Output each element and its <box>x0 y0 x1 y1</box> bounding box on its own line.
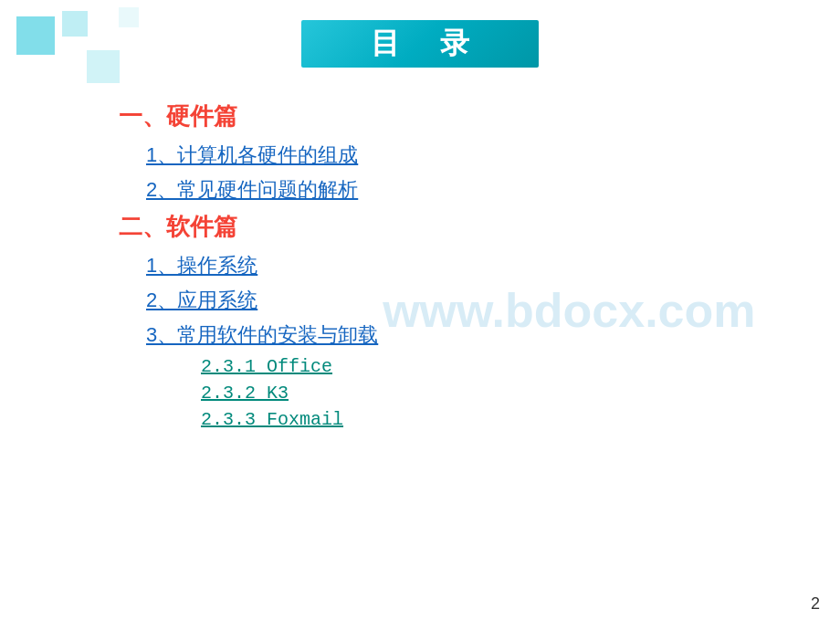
list-item-foxmail[interactable]: 2.3.3 Foxmail <box>201 409 785 430</box>
sidebar-item-hardware-1[interactable]: 1、计算机各硬件的组成 <box>146 142 785 169</box>
sidebar-item-software-2[interactable]: 2、应用系统 <box>146 287 785 314</box>
decorative-square-1 <box>16 16 55 55</box>
sidebar-item-software-1[interactable]: 1、操作系统 <box>146 252 785 279</box>
sidebar-item-software-3[interactable]: 3、常用软件的安装与卸载 <box>146 321 785 349</box>
page-title: 目 录 <box>354 24 487 64</box>
software-section-header: 二、软件篇 <box>119 211 785 243</box>
decorative-square-2 <box>62 11 88 37</box>
page-number: 2 <box>811 594 820 614</box>
decorative-square-3 <box>87 50 120 83</box>
hardware-section: 一、硬件篇 1、计算机各硬件的组成 2、常见硬件问题的解析 <box>119 100 785 204</box>
sidebar-item-hardware-2[interactable]: 2、常见硬件问题的解析 <box>146 176 785 204</box>
decorative-square-4 <box>119 7 139 27</box>
main-content: 一、硬件篇 1、计算机各硬件的组成 2、常见硬件问题的解析 二、软件篇 1、操作… <box>119 100 785 437</box>
hardware-section-header: 一、硬件篇 <box>119 100 785 132</box>
list-item-k3[interactable]: 2.3.2 K3 <box>201 383 785 404</box>
list-item-office[interactable]: 2.3.1 Office <box>201 356 785 377</box>
software-section: 二、软件篇 1、操作系统 2、应用系统 3、常用软件的安装与卸载 2.3.1 O… <box>119 211 785 430</box>
title-bar: 目 录 <box>301 20 539 68</box>
